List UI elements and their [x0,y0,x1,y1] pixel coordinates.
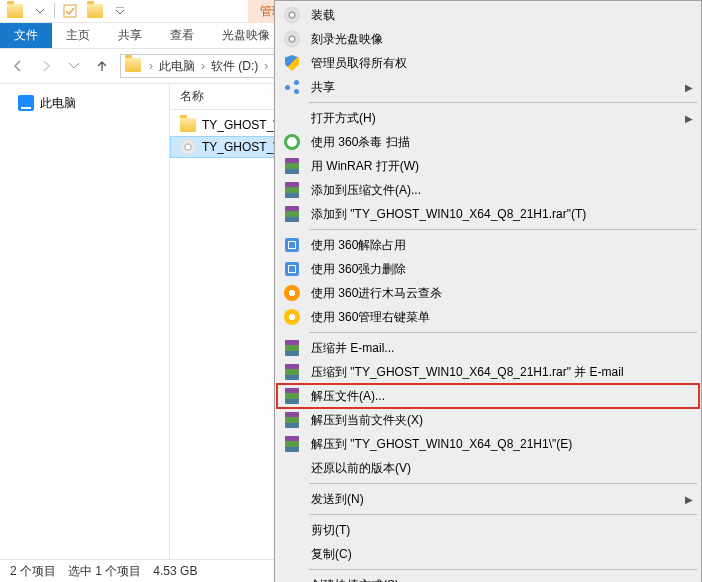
nav-forward-button[interactable] [32,52,60,80]
rar-icon [285,364,299,380]
menu-item[interactable]: 添加到压缩文件(A)... [277,178,699,202]
menu-item-label: 使用 360管理右键菜单 [311,309,693,326]
360-icon [284,134,300,150]
menu-item-label: 使用 360解除占用 [311,237,693,254]
menu-item[interactable]: 装载 [277,3,699,27]
submenu-arrow-icon: ▶ [685,494,693,505]
crumb-this-pc[interactable]: 此电脑 [155,58,199,75]
status-selected-count: 选中 1 个项目 [68,563,141,580]
menu-item-label: 添加到压缩文件(A)... [311,182,693,199]
menu-item-label: 用 WinRAR 打开(W) [311,158,693,175]
360orange-icon [284,285,300,301]
menu-item-label: 发送到(N) [311,491,677,508]
disc-icon [180,139,196,155]
context-menu: 装载刻录光盘映像管理员取得所有权共享▶打开方式(H)▶使用 360杀毒 扫描用 … [274,0,702,582]
menu-item[interactable]: 使用 360管理右键菜单 [277,305,699,329]
disc-icon [284,7,300,23]
rar-icon [285,158,299,174]
menu-item[interactable]: 使用 360进行木马云查杀 [277,281,699,305]
360cloud-icon [284,309,300,325]
menu-item-label: 解压文件(A)... [311,388,693,405]
menu-item[interactable]: 复制(C) [277,542,699,566]
menu-separator [309,102,697,103]
status-size: 4.53 GB [153,564,197,578]
menu-item-label: 管理员取得所有权 [311,55,693,72]
disc-icon [284,31,300,47]
menu-item-label: 复制(C) [311,546,693,563]
menu-separator [309,483,697,484]
menu-item[interactable]: 还原以前的版本(V) [277,456,699,480]
file-name: TY_GHOST_W [202,118,285,132]
box-icon [285,238,299,252]
nav-tree: 此电脑 [0,84,170,559]
menu-separator [309,332,697,333]
menu-item-label: 添加到 "TY_GHOST_WIN10_X64_Q8_21H1.rar"(T) [311,206,693,223]
rar-icon [285,206,299,222]
nav-back-button[interactable] [4,52,32,80]
box-icon [285,262,299,276]
qat-checkbox-icon[interactable] [61,3,78,20]
folder-app-icon [6,3,23,20]
menu-item[interactable]: 压缩到 "TY_GHOST_WIN10_X64_Q8_21H1.rar" 并 E… [277,360,699,384]
menu-item-label: 装载 [311,7,693,24]
menu-item-label: 使用 360杀毒 扫描 [311,134,693,151]
rar-icon [285,436,299,452]
menu-item[interactable]: 使用 360强力删除 [277,257,699,281]
menu-item-label: 使用 360强力删除 [311,261,693,278]
nav-up-button[interactable] [88,52,116,80]
menu-item[interactable]: 使用 360解除占用 [277,233,699,257]
menu-item-label: 使用 360进行木马云查杀 [311,285,693,302]
status-item-count: 2 个项目 [10,563,56,580]
menu-item[interactable]: 解压文件(A)... [277,384,699,408]
menu-separator [309,514,697,515]
menu-item[interactable]: 创建快捷方式(S) [277,573,699,582]
file-name: TY_GHOST_W [202,140,285,154]
menu-separator [309,229,697,230]
address-folder-icon [125,58,141,74]
menu-item-label: 刻录光盘映像 [311,31,693,48]
menu-item[interactable]: 共享▶ [277,75,699,99]
folder-icon [180,118,196,132]
menu-item-label: 剪切(T) [311,522,693,539]
menu-item[interactable]: 添加到 "TY_GHOST_WIN10_X64_Q8_21H1.rar"(T) [277,202,699,226]
tab-file[interactable]: 文件 [0,23,52,48]
menu-item-label: 压缩到 "TY_GHOST_WIN10_X64_Q8_21H1.rar" 并 E… [311,364,693,381]
menu-item[interactable]: 管理员取得所有权 [277,51,699,75]
menu-item[interactable]: 压缩并 E-mail... [277,336,699,360]
crumb-sep-icon[interactable]: › [199,59,207,73]
menu-item-label: 压缩并 E-mail... [311,340,693,357]
rar-icon [285,340,299,356]
qat-overflow-icon[interactable] [111,3,128,20]
menu-item[interactable]: 剪切(T) [277,518,699,542]
tab-disc-tools[interactable]: 光盘映像 [208,23,284,48]
qat-folder-icon[interactable] [86,3,103,20]
menu-item[interactable]: 打开方式(H)▶ [277,106,699,130]
rar-icon [285,412,299,428]
submenu-arrow-icon: ▶ [685,82,693,93]
qat-down-icon[interactable] [31,3,48,20]
menu-item[interactable]: 用 WinRAR 打开(W) [277,154,699,178]
tab-view[interactable]: 查看 [156,23,208,48]
submenu-arrow-icon: ▶ [685,113,693,124]
menu-item[interactable]: 使用 360杀毒 扫描 [277,130,699,154]
menu-item-label: 解压到当前文件夹(X) [311,412,693,429]
tab-share[interactable]: 共享 [104,23,156,48]
shield-icon [285,55,299,71]
menu-item[interactable]: 解压到当前文件夹(X) [277,408,699,432]
menu-item-label: 打开方式(H) [311,110,677,127]
menu-item[interactable]: 解压到 "TY_GHOST_WIN10_X64_Q8_21H1\"(E) [277,432,699,456]
menu-item[interactable]: 刻录光盘映像 [277,27,699,51]
tree-item-label: 此电脑 [40,95,76,112]
nav-recent-button[interactable] [60,52,88,80]
crumb-sep-icon[interactable]: › [262,59,270,73]
menu-item-label: 还原以前的版本(V) [311,460,693,477]
menu-item[interactable]: 发送到(N)▶ [277,487,699,511]
menu-separator [309,569,697,570]
tree-this-pc[interactable]: 此电脑 [0,92,169,114]
menu-item-label: 共享 [311,79,677,96]
crumb-sep-icon[interactable]: › [147,59,155,73]
tab-home[interactable]: 主页 [52,23,104,48]
pc-icon [18,95,34,111]
rar-icon [285,182,299,198]
crumb-drive[interactable]: 软件 (D:) [207,58,262,75]
